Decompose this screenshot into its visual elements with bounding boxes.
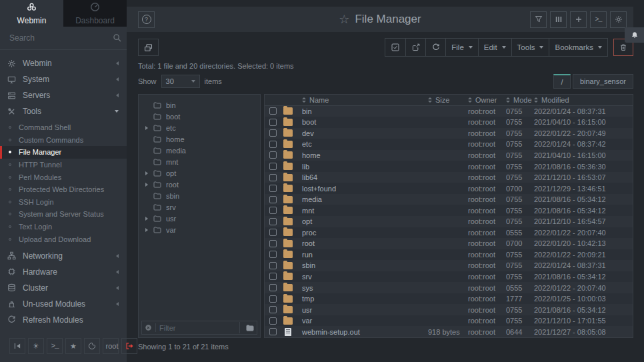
table-row[interactable]: root root:root 0700 2022/01/20 - 10:42:1… (265, 238, 633, 249)
table-row[interactable]: dev root:root 0755 2022/01/22 - 20:07:49 (265, 128, 633, 139)
tree-item[interactable]: media (139, 145, 260, 156)
tools-menu-button[interactable]: Tools (511, 39, 549, 56)
table-row[interactable]: lib64 root:root 0755 2021/12/10 - 16:53:… (265, 172, 633, 183)
row-checkbox[interactable] (269, 295, 277, 303)
shell-button[interactable]: >_ (590, 11, 607, 28)
terminal-button[interactable]: >_ (47, 338, 63, 354)
sidebar-subitem[interactable]: Perl Modules (0, 171, 127, 183)
file-name[interactable]: etc (302, 140, 428, 148)
sidebar-subitem[interactable]: Upload and Download (0, 233, 127, 245)
file-name[interactable]: lib64 (302, 173, 428, 181)
settings-button[interactable] (610, 11, 627, 28)
paste-buffer-button[interactable] (138, 39, 159, 56)
bookmarks-menu-button[interactable]: Bookmarks (549, 39, 607, 56)
user-button[interactable]: root (103, 338, 119, 354)
breadcrumb-root[interactable]: / (553, 74, 571, 89)
row-checkbox[interactable] (269, 240, 277, 247)
file-menu-button[interactable]: File (445, 39, 478, 56)
table-row[interactable]: srv root:root 0755 2021/08/16 - 05:34:12 (265, 271, 633, 283)
table-row[interactable]: etc root:root 0755 2022/01/24 - 08:37:42 (265, 139, 633, 150)
row-checkbox[interactable] (269, 262, 277, 269)
sidebar-item-unused-modules[interactable]: Un-used Modules (0, 296, 127, 312)
file-name[interactable]: tmp (302, 295, 428, 303)
new-tab-button[interactable] (570, 11, 587, 28)
theme-toggle-button[interactable]: ☀ (28, 338, 44, 354)
table-row[interactable]: proc root:root 0555 2022/01/22 - 20:07:4… (265, 227, 633, 239)
table-row[interactable]: lib root:root 0755 2021/08/16 - 05:36:30 (265, 161, 633, 172)
sidebar-item-refresh-modules[interactable]: Refresh Modules (0, 312, 127, 328)
row-checkbox[interactable] (269, 229, 277, 236)
row-checkbox[interactable] (269, 196, 277, 203)
tree-item[interactable]: opt (139, 167, 260, 179)
row-checkbox[interactable] (269, 129, 277, 137)
file-name[interactable]: lost+found (302, 185, 428, 193)
table-row[interactable]: tmp root:root 1777 2022/01/25 - 10:00:03 (265, 293, 633, 305)
table-row[interactable]: sys root:root 0555 2022/01/22 - 20:07:40 (265, 282, 633, 293)
row-checkbox[interactable] (269, 328, 277, 335)
columns-button[interactable] (550, 11, 567, 28)
tab-dashboard[interactable]: Dashboard (63, 0, 127, 27)
sidebar-item-tools[interactable]: Tools (0, 103, 127, 119)
file-name[interactable]: proc (302, 229, 428, 237)
sidebar-subitem[interactable]: SSH Login (0, 196, 127, 209)
table-row[interactable]: boot root:root 0755 2021/04/10 - 16:15:0… (265, 117, 633, 128)
sidebar-item-networking[interactable]: Networking (0, 248, 127, 264)
sidebar-subitem[interactable]: File Manager (0, 146, 127, 159)
column-header[interactable]: Modified (534, 96, 633, 104)
file-name[interactable]: dev (302, 129, 428, 137)
expand-arrow-icon[interactable] (145, 183, 152, 187)
file-name[interactable]: sys (302, 284, 428, 292)
expand-arrow-icon[interactable] (145, 171, 152, 175)
notifications-tab[interactable] (625, 27, 644, 43)
table-row[interactable]: run root:root 0755 2022/01/22 - 20:09:21 (265, 249, 633, 261)
clear-filter-icon[interactable] (145, 324, 152, 331)
row-checkbox[interactable] (269, 141, 277, 148)
tree-item[interactable]: usr (139, 213, 260, 224)
favorites-button[interactable]: ★ (65, 338, 81, 354)
table-row[interactable]: sbin root:root 0755 2022/01/24 - 08:37:3… (265, 260, 633, 271)
tree-item[interactable]: bin (139, 99, 260, 111)
file-name[interactable]: root (302, 239, 428, 247)
row-checkbox[interactable] (269, 151, 277, 159)
column-header[interactable]: Mode (506, 96, 534, 104)
select-all-button[interactable] (385, 39, 405, 56)
sidebar-item-hardware[interactable]: Hardware (0, 264, 127, 280)
filter-button[interactable] (530, 11, 547, 28)
table-row[interactable]: home root:root 0755 2021/04/10 - 16:15:0… (265, 150, 633, 161)
sidebar-item-cluster[interactable]: Cluster (0, 280, 127, 296)
row-checkbox[interactable] (269, 107, 277, 115)
table-row[interactable]: bin root:root 0755 2022/01/24 - 08:37:31 (265, 106, 633, 117)
file-name[interactable]: run (302, 251, 428, 259)
file-name[interactable]: srv (302, 273, 428, 281)
file-name[interactable]: media (302, 195, 428, 203)
table-row[interactable]: opt root:root 0755 2021/12/10 - 16:54:57 (265, 216, 633, 227)
search-input[interactable] (9, 33, 113, 43)
file-name[interactable]: mnt (302, 207, 428, 215)
file-name[interactable]: bin (302, 107, 428, 115)
column-header[interactable]: Size (428, 96, 468, 104)
row-checkbox[interactable] (269, 306, 277, 313)
file-name[interactable]: boot (302, 118, 428, 126)
row-checkbox[interactable] (269, 218, 277, 225)
tree-item[interactable]: etc (139, 122, 260, 133)
row-checkbox[interactable] (269, 317, 277, 325)
tree-item[interactable]: var (139, 224, 260, 235)
open-in-new-button[interactable] (405, 39, 425, 56)
row-checkbox[interactable] (269, 119, 277, 126)
file-name[interactable]: webmin-setup.out (302, 328, 428, 336)
column-header[interactable]: Owner (468, 96, 506, 104)
sidebar-subitem[interactable]: Text Login (0, 221, 127, 233)
sidebar-subitem[interactable]: Custom Commands (0, 134, 127, 147)
sidebar-item-servers[interactable]: Servers (0, 87, 127, 103)
tree-item[interactable]: home (139, 133, 260, 145)
table-row[interactable]: lost+found root:root 0700 2021/12/29 - 1… (265, 183, 633, 194)
sidebar-subitem[interactable]: Command Shell (0, 121, 127, 134)
table-row[interactable]: usr root:root 0755 2021/08/16 - 05:34:12 (265, 304, 633, 315)
row-checkbox[interactable] (269, 174, 277, 181)
file-name[interactable]: home (302, 151, 428, 159)
tree-item[interactable]: srv (139, 201, 260, 213)
tree-folder-button[interactable] (239, 322, 254, 333)
tree-filter-input[interactable] (159, 324, 236, 332)
row-checkbox[interactable] (269, 207, 277, 214)
file-name[interactable]: usr (302, 306, 428, 314)
